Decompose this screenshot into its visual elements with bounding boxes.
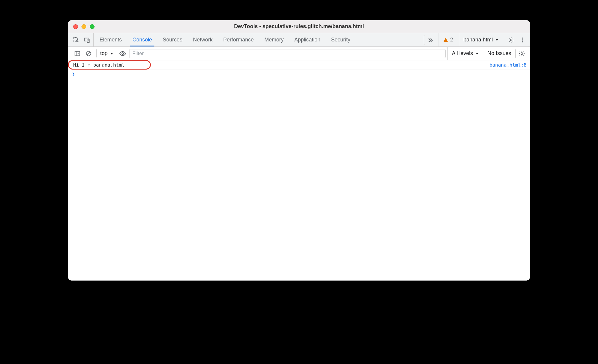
tab-console[interactable]: Console: [127, 33, 157, 46]
maximize-window-button[interactable]: [90, 24, 95, 29]
levels-label: All levels: [452, 50, 473, 57]
console-toolbar: top All levels No Issues: [68, 47, 530, 60]
chevron-down-icon: [110, 52, 113, 55]
svg-point-6: [522, 41, 523, 42]
warnings-indicator[interactable]: 2: [439, 33, 457, 46]
log-source-link[interactable]: banana.html:8: [490, 62, 527, 68]
clear-console-icon[interactable]: [84, 49, 93, 58]
execution-context-selector[interactable]: top: [97, 47, 116, 60]
main-tabbar: Elements Console Sources Network Perform…: [68, 33, 530, 47]
svg-point-4: [522, 37, 523, 38]
tab-performance[interactable]: Performance: [218, 33, 259, 46]
panel-tabs: Elements Console Sources Network Perform…: [94, 33, 356, 46]
toolbar-left: [70, 47, 96, 60]
settings-gear-icon[interactable]: [506, 35, 516, 45]
tab-elements[interactable]: Elements: [94, 33, 127, 46]
warning-icon: [443, 37, 448, 43]
svg-point-5: [522, 39, 523, 41]
close-window-button[interactable]: [73, 24, 78, 29]
traffic-lights: [68, 24, 95, 29]
issues-label: No Issues: [487, 50, 511, 57]
window-titlebar: DevTools - speculative-rules.glitch.me/b…: [68, 20, 530, 33]
tab-security[interactable]: Security: [326, 33, 356, 46]
tabbar-right: 2 banana.html: [424, 33, 528, 46]
tabbar-actions: [505, 33, 527, 46]
svg-point-11: [122, 53, 124, 54]
minimize-window-button[interactable]: [81, 24, 86, 29]
svg-rect-7: [75, 51, 80, 56]
console-output: Hi I'm banana.html banana.html:8 ❯: [68, 60, 530, 281]
inspect-element-icon[interactable]: [71, 35, 81, 45]
kebab-menu-icon[interactable]: [518, 35, 527, 45]
target-dropdown[interactable]: banana.html: [459, 33, 503, 46]
devtools-window: DevTools - speculative-rules.glitch.me/b…: [68, 20, 530, 281]
context-label: top: [100, 50, 108, 57]
filter-input[interactable]: [129, 49, 446, 58]
svg-rect-1: [84, 38, 88, 41]
prompt-chevron-icon: ❯: [72, 71, 75, 77]
tab-application[interactable]: Application: [289, 33, 326, 46]
tab-sources[interactable]: Sources: [157, 33, 188, 46]
log-message: Hi I'm banana.html: [73, 62, 124, 68]
device-toolbar-icon[interactable]: [82, 35, 92, 45]
chevron-down-icon: [475, 52, 479, 55]
more-tabs-icon[interactable]: [424, 35, 437, 45]
log-levels-dropdown[interactable]: All levels: [447, 47, 483, 60]
svg-line-10: [87, 52, 90, 55]
console-log-entry[interactable]: Hi I'm banana.html banana.html:8: [68, 60, 530, 70]
window-title: DevTools - speculative-rules.glitch.me/b…: [68, 23, 530, 30]
chevron-down-icon: [495, 38, 499, 42]
svg-point-3: [510, 39, 512, 41]
divider: [117, 49, 117, 57]
toggle-sidebar-icon[interactable]: [73, 49, 82, 58]
issues-indicator[interactable]: No Issues: [483, 47, 515, 60]
divider: [96, 49, 97, 57]
svg-point-12: [521, 52, 522, 54]
tabbar-left-tools: [70, 33, 94, 46]
console-settings-gear-icon[interactable]: [515, 49, 528, 58]
live-expression-eye-icon[interactable]: [118, 49, 127, 58]
tab-memory[interactable]: Memory: [259, 33, 289, 46]
target-label: banana.html: [463, 37, 493, 43]
tab-network[interactable]: Network: [188, 33, 218, 46]
warnings-count: 2: [450, 37, 453, 43]
console-prompt[interactable]: ❯: [68, 70, 530, 78]
